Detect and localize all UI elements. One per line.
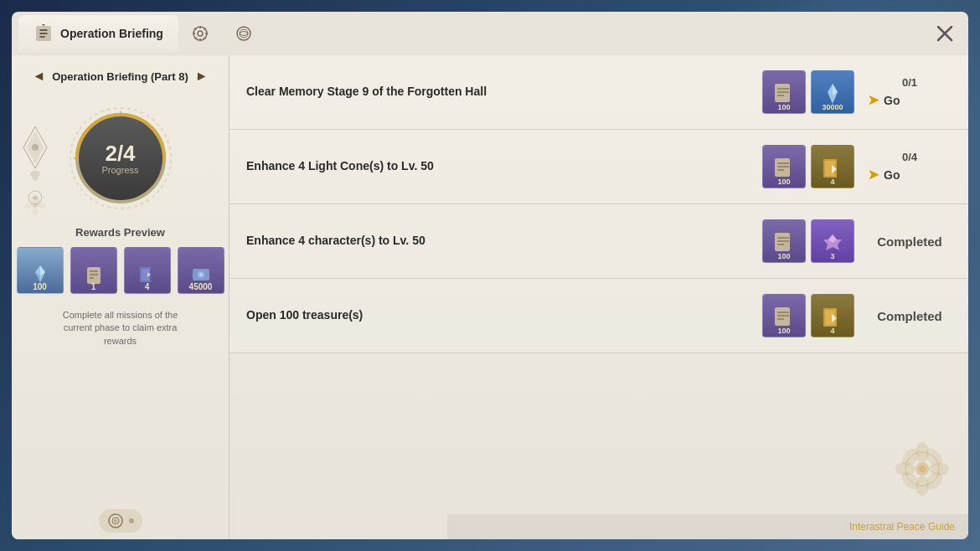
mission-reward-count-2a: 100	[763, 178, 805, 186]
mission-reward-count-4a: 100	[763, 327, 805, 335]
mission-reward-4b: 4	[811, 294, 854, 337]
mission-reward-count-4b: 4	[812, 327, 854, 335]
go-label-2: Go	[884, 168, 900, 182]
mission-row-3: Enhance 4 character(s) to Lv. 50 100	[230, 204, 968, 279]
mission-reward-3a: 100	[762, 219, 806, 263]
mission-text-2: Enhance 4 Light Cone(s) to Lv. 50	[246, 158, 749, 175]
operation-briefing-icon	[34, 23, 54, 44]
mission-reward-count-3b: 3	[812, 252, 854, 260]
tab-operation-briefing-label: Operation Briefing	[60, 27, 163, 40]
mission-reward-1a: 100	[762, 70, 806, 114]
svg-rect-62	[775, 307, 790, 326]
mission-rewards-2: 100 4	[762, 145, 854, 188]
svg-point-19	[24, 203, 33, 209]
mission-reward-count-1b: 30000	[812, 103, 854, 111]
mission-progress-text-2: 0/4	[868, 151, 952, 163]
svg-point-79	[919, 466, 926, 472]
footer-bar: Interastral Peace Guide	[447, 514, 968, 539]
part-title: Operation Briefing (Part 8)	[52, 70, 188, 83]
progress-number: 2/4	[105, 142, 135, 166]
go-label-1: Go	[884, 94, 900, 107]
progress-inner: 2/4 Progress	[79, 116, 162, 200]
close-button[interactable]	[931, 20, 958, 47]
header-tabs: Operation Briefing	[12, 12, 968, 55]
mission-text-1: Clear Memory Stage 9 of the Forgotten Ha…	[246, 84, 749, 100]
left-panel: ◄ Operation Briefing (Part 8) ►	[12, 55, 230, 539]
right-panel: Clear Memory Stage 9 of the Forgotten Ha…	[230, 55, 968, 539]
reward-count-note: 45000	[178, 283, 224, 291]
svg-rect-58	[775, 233, 790, 251]
svg-point-16	[32, 144, 39, 151]
mission-reward-3b: 3	[811, 219, 854, 263]
rewards-row: 100 1	[17, 247, 224, 294]
tab2-icon	[190, 23, 210, 44]
nav-dot	[129, 518, 134, 523]
svg-point-21	[33, 207, 38, 215]
part-nav: ◄ Operation Briefing (Part 8) ►	[32, 69, 208, 84]
reward-item-book: 4	[124, 247, 171, 294]
flower-decor	[18, 189, 52, 243]
reward-item-scroll: 1	[70, 247, 117, 294]
mission-reward-count-1a: 100	[763, 103, 805, 111]
mission-rewards-3: 100 3	[762, 219, 854, 263]
svg-point-13	[240, 29, 248, 38]
svg-rect-51	[775, 158, 790, 177]
mission-status-2: 0/4 ➤ Go	[868, 151, 952, 183]
reward-item-note: 45000	[178, 247, 224, 294]
svg-rect-31	[87, 267, 101, 284]
rewards-preview-title: Rewards Preview	[75, 226, 165, 239]
tab-3[interactable]	[222, 15, 266, 52]
mission-row-1: Clear Memory Stage 9 of the Forgotten Ha…	[230, 55, 968, 130]
svg-point-20	[38, 203, 46, 209]
mission-completed-text-4: Completed	[868, 309, 952, 323]
mission-text-3: Enhance 4 character(s) to Lv. 50	[246, 233, 749, 250]
svg-point-22	[33, 203, 38, 208]
mission-reward-2b: 4	[811, 145, 854, 188]
prev-part-button[interactable]: ◄	[32, 69, 45, 84]
content-area: ◄ Operation Briefing (Part 8) ►	[12, 55, 968, 539]
next-part-button[interactable]: ►	[195, 69, 209, 84]
bottom-nav-icon	[99, 509, 142, 533]
progress-circle: 2/4 Progress	[66, 104, 175, 213]
svg-rect-45	[775, 84, 790, 102]
mission-reward-2a: 100	[762, 145, 806, 188]
mission-completed-text-3: Completed	[868, 234, 952, 249]
interastral-guide-link[interactable]: Interastral Peace Guide	[849, 521, 955, 533]
mission-rewards-4: 100 4	[762, 294, 854, 337]
svg-point-41	[199, 273, 203, 276]
reward-count-book: 4	[125, 283, 170, 291]
reward-count-crystal: 100	[18, 283, 63, 291]
mission-reward-count-2b: 4	[812, 178, 854, 186]
mission-status-4: Completed	[868, 309, 952, 323]
mission-rewards-1: 100 30000	[762, 70, 854, 114]
svg-rect-1	[39, 24, 48, 25]
mission-text-4: Open 100 treasure(s)	[246, 307, 749, 324]
mission-go-button-2[interactable]: ➤ Go	[868, 167, 900, 183]
svg-point-44	[114, 519, 117, 523]
tab-2[interactable]	[178, 15, 222, 52]
progress-label: Progress	[101, 165, 138, 175]
reward-count-scroll: 1	[71, 283, 116, 291]
go-arrow-icon-2: ➤	[868, 167, 879, 183]
tab-operation-briefing[interactable]: Operation Briefing	[18, 15, 178, 52]
mission-go-button-1[interactable]: ➤ Go	[868, 92, 900, 108]
tab3-icon	[234, 23, 254, 44]
right-flower-decor	[889, 427, 956, 514]
mission-row-2: Enhance 4 Light Cone(s) to Lv. 50 100	[230, 130, 968, 204]
mission-status-1: 0/1 ➤ Go	[868, 76, 952, 108]
mission-reward-4a: 100	[762, 294, 806, 337]
mission-progress-text-1: 0/1	[868, 76, 952, 89]
main-panel: Operation Briefing	[12, 12, 968, 539]
complete-note: Complete all missions of the current pha…	[63, 309, 178, 348]
reward-item-crystal: 100	[17, 247, 64, 294]
go-arrow-icon-1: ➤	[868, 92, 879, 108]
mission-status-3: Completed	[868, 234, 952, 249]
mission-reward-count-3a: 100	[763, 252, 805, 260]
mission-row-4: Open 100 treasure(s) 100	[230, 279, 968, 353]
mission-reward-1b: 30000	[811, 70, 854, 114]
svg-point-3	[198, 31, 203, 36]
